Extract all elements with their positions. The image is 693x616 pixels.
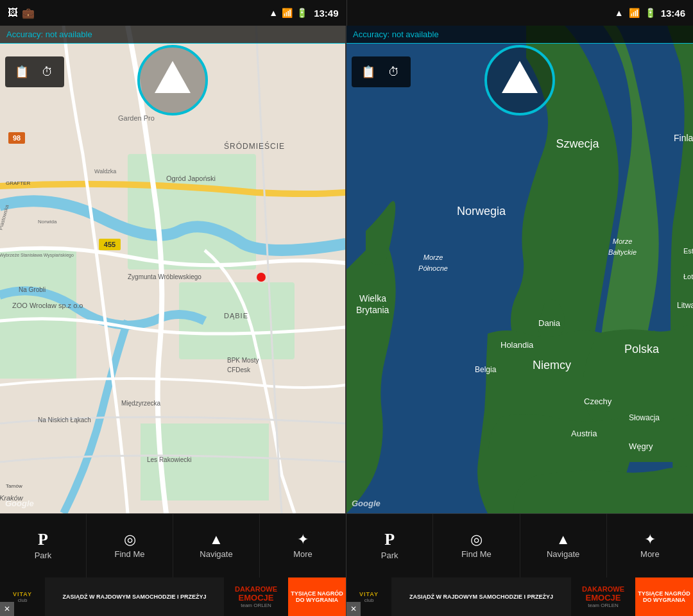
nav-more-right[interactable]: ✦ More (607, 514, 693, 578)
maps-container: 98 455 Garden Pro ŚRÓDMIEŚCIE Ogród Japo… (0, 26, 693, 513)
ad-tysiace-left[interactable]: TYSIĄCE NAGRÓD DO WYGRANIA (288, 578, 346, 616)
timer-tool-right[interactable]: ⏱ (382, 60, 406, 83)
more-label-left: More (293, 549, 312, 559)
navigate-label-right: Navigate (547, 549, 579, 559)
svg-text:Zygmunta Wróblewskiego: Zygmunta Wróblewskiego (128, 273, 201, 280)
svg-text:Szwecja: Szwecja (556, 137, 599, 150)
ad-tysiace-text-left: TYSIĄCE NAGRÓD DO WYGRANIA (291, 590, 343, 603)
ad-close-left[interactable]: ✕ (0, 602, 14, 616)
accuracy-bar-right: Accuracy: not available (346, 26, 693, 44)
map-tools-left[interactable]: 📋 ⏱ (5, 56, 64, 87)
battery-icon-right: 🔋 (645, 8, 656, 18)
nav-half-left: P Park ◎ Find Me ▲ Navigate ✦ More (0, 514, 346, 578)
emocje-text-right: EMOCJE (586, 593, 621, 603)
navigate-up-button-left[interactable] (137, 45, 208, 116)
svg-text:Czechy: Czechy (584, 397, 612, 406)
dakarowe-text-right: DAKAROWE (582, 585, 624, 593)
time-right: 13:46 (661, 8, 685, 19)
google-watermark-right: Google (352, 499, 381, 508)
svg-text:CFDesk: CFDesk (227, 366, 251, 373)
svg-text:98: 98 (13, 134, 21, 142)
svg-text:Litwa: Litwa (677, 301, 693, 310)
nav-park-left[interactable]: P Park (0, 514, 87, 578)
findme-label-left: Find Me (115, 549, 145, 559)
park-icon-right: P (384, 531, 395, 548)
wifi-icon-left: ▲ (269, 8, 278, 18)
image-icon: 🖼 (8, 7, 18, 19)
nav-park-right[interactable]: P Park (346, 514, 433, 578)
more-label-right: More (640, 549, 660, 559)
svg-text:Bałtyckie: Bałtyckie (608, 248, 637, 256)
svg-text:Polska: Polska (624, 343, 660, 355)
map-tools-right[interactable]: 📋 ⏱ (352, 56, 411, 87)
svg-text:Brytania: Brytania (356, 305, 389, 315)
emocje-text-left: EMOCJE (239, 593, 274, 603)
svg-text:Słowacja: Słowacja (629, 413, 660, 422)
notes-tool-left[interactable]: 📋 (10, 60, 33, 83)
ad-dakarowe-left: DAKAROWE EMOCJE team ORLEN (224, 578, 288, 616)
svg-text:Holandia: Holandia (501, 340, 534, 350)
svg-point-9 (257, 273, 266, 282)
ad-half-left[interactable]: ✕ VITAY club ZASIĄDŹ W RAJDOWYM SAMOCHOD… (0, 578, 346, 616)
nav-findme-left[interactable]: ◎ Find Me (87, 514, 173, 578)
svg-text:ŚRÓDMIEŚCIE: ŚRÓDMIEŚCIE (224, 141, 285, 151)
svg-text:Finla...: Finla... (674, 133, 693, 143)
ad-close-right[interactable]: ✕ (346, 602, 361, 616)
status-left-icons: 🖼 💼 (8, 7, 35, 19)
signal-icon-right: 📶 (629, 8, 640, 18)
svg-text:455: 455 (104, 241, 116, 248)
status-bar: 🖼 💼 ▲ 📶 🔋 13:49 ▲ 📶 🔋 13:46 (0, 0, 693, 26)
svg-text:Estor...: Estor... (683, 247, 693, 255)
svg-text:BPK Mosty: BPK Mosty (227, 357, 259, 364)
wifi-icon-right: ▲ (615, 8, 624, 18)
svg-text:Węgry: Węgry (629, 441, 653, 451)
findme-icon-right: ◎ (470, 533, 483, 547)
park-label-left: Park (35, 551, 52, 560)
svg-text:Ogród Japoński: Ogród Japoński (166, 175, 216, 182)
svg-text:Łotw...: Łotw... (683, 273, 693, 280)
signal-icon-left: 📶 (282, 8, 293, 18)
ad-text-right: ZASIĄDŹ W RAJDOWYM SAMOCHODZIE I PRZEŻYJ (391, 578, 571, 616)
svg-text:DĄBIE: DĄBIE (224, 312, 248, 320)
navigate-label-left: Navigate (200, 549, 232, 559)
ad-tysiace-text-right: TYSIĄCE NAGRÓD DO WYGRANIA (638, 590, 690, 603)
svg-text:Na Grobli: Na Grobli (19, 286, 46, 293)
ad-text-left: ZASIĄDŹ W RAJDOWYM SAMOCHODZIE I PRZEŻYJ (45, 578, 224, 616)
status-bar-left: 🖼 💼 ▲ 📶 🔋 13:49 (0, 0, 346, 26)
more-icon-right: ✦ (644, 533, 656, 547)
briefcase-icon: 💼 (22, 7, 35, 19)
svg-text:Morze: Morze (424, 253, 443, 261)
svg-text:GRAFTER: GRAFTER (6, 180, 30, 186)
nav-half-right: P Park ◎ Find Me ▲ Navigate ✦ More (346, 514, 693, 578)
svg-text:Tarnów: Tarnów (6, 483, 22, 489)
ad-dakarowe-right: DAKAROWE EMOCJE team ORLEN (571, 578, 635, 616)
svg-text:Morze: Morze (613, 237, 633, 245)
svg-text:Północne: Północne (418, 264, 448, 272)
up-arrow-icon-right (502, 61, 538, 93)
findme-icon-left: ◎ (124, 533, 136, 547)
svg-text:Wielka: Wielka (359, 293, 386, 304)
nav-navigate-right[interactable]: ▲ Navigate (520, 514, 607, 578)
status-right-info: ▲ 📶 🔋 13:49 (269, 8, 338, 19)
svg-text:Belgia: Belgia (475, 365, 497, 374)
more-icon-left: ✦ (297, 533, 309, 547)
vitay-logo-right: VITAY (359, 591, 379, 597)
timer-tool-left[interactable]: ⏱ (36, 60, 59, 83)
svg-text:ZOO Wrocław sp.z o.o: ZOO Wrocław sp.z o.o (12, 302, 83, 309)
status-bar-right: ▲ 📶 🔋 13:46 (347, 0, 694, 26)
map-panel-left[interactable]: 98 455 Garden Pro ŚRÓDMIEŚCIE Ogród Japo… (0, 26, 346, 513)
svg-text:Na Niskich Łąkach: Na Niskich Łąkach (38, 416, 91, 424)
vitay-club-left: club (18, 597, 28, 603)
ad-zasiadz-text-right: ZASIĄDŹ W RAJDOWYM SAMOCHODZIE I PRZEŻYJ (409, 594, 553, 600)
nav-more-left[interactable]: ✦ More (260, 514, 346, 578)
svg-text:Waldzka: Waldzka (94, 168, 116, 175)
notes-tool-right[interactable]: 📋 (357, 60, 380, 83)
nav-findme-right[interactable]: ◎ Find Me (433, 514, 520, 578)
ad-tysiace-right[interactable]: TYSIĄCE NAGRÓD DO WYGRANIA (635, 578, 693, 616)
nav-navigate-left[interactable]: ▲ Navigate (173, 514, 260, 578)
ad-half-right[interactable]: ✕ VITAY club ZASIĄDŹ W RAJDOWYM SAMOCHOD… (346, 578, 693, 616)
svg-rect-2 (0, 250, 76, 379)
svg-rect-1 (128, 154, 256, 270)
map-panel-right[interactable]: Szwecja Norwegia Finla... Wielka Brytani… (346, 26, 693, 513)
navigate-up-button-right[interactable] (484, 45, 555, 116)
